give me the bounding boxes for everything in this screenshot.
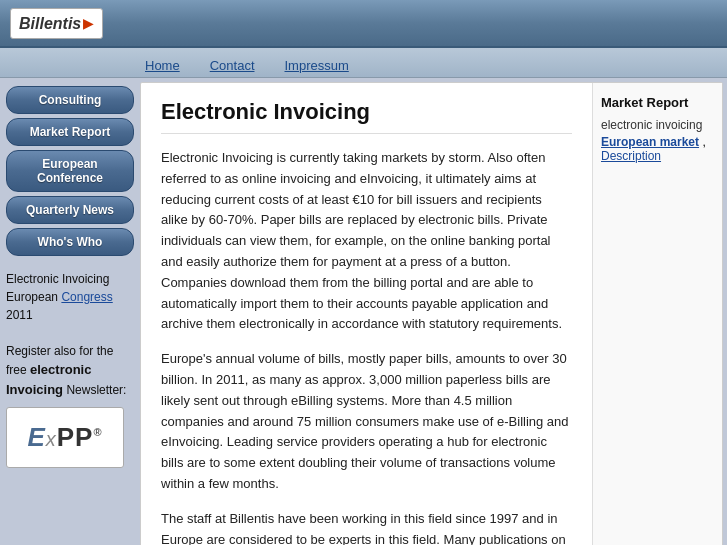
sidebar-btn-quarterly-news[interactable]: Quarterly News [6,196,134,224]
logo-box[interactable]: Billentis ▶ [10,8,103,39]
logo-text: Billentis [19,13,81,34]
content-inner: Electronic Invoicing Electronic Invoicin… [141,83,592,545]
expp-logo-box[interactable]: ExPP® [6,407,124,468]
sidebar-btn-european-conference[interactable]: European Conference [6,150,134,192]
expp-logo: ExPP® [27,422,102,452]
sidebar-year: 2011 [6,308,33,322]
content-para-3: The staff at Billentis have been working… [161,509,572,545]
right-panel: Market Report electronic invoicing Europ… [592,83,722,545]
right-panel-european-market-link[interactable]: European market [601,135,699,149]
content-para-2: Europe's annual volume of bills, mostly … [161,349,572,495]
content-para-1: Electronic Invoicing is currently taking… [161,148,572,335]
page-title: Electronic Invoicing [161,99,572,134]
sidebar-btn-market-report[interactable]: Market Report [6,118,134,146]
sidebar: Consulting Market Report European Confer… [0,78,140,545]
nav-home[interactable]: Home [145,58,180,77]
right-panel-description-link[interactable]: Description [601,149,661,163]
sidebar-info: Electronic Invoicing European Congress 2… [6,270,134,468]
nav-impressum[interactable]: Impressum [285,58,349,77]
sidebar-btn-consulting[interactable]: Consulting [6,86,134,114]
right-panel-title: Market Report [601,95,714,110]
content-wrapper: Electronic Invoicing Electronic Invoicin… [140,82,723,545]
sidebar-congress-link[interactable]: Congress [61,290,112,304]
sidebar-newsletter-text: Newsletter: [63,383,126,397]
logo-arrow-icon: ▶ [83,15,94,31]
sidebar-btn-whos-who[interactable]: Who's Who [6,228,134,256]
right-panel-comma: , [702,135,705,149]
right-panel-line1: electronic invoicing [601,118,714,132]
nav-bar: Home Contact Impressum [0,48,727,78]
main-layout: Consulting Market Report European Confer… [0,78,727,545]
header: Billentis ▶ [0,0,727,48]
nav-contact[interactable]: Contact [210,58,255,77]
